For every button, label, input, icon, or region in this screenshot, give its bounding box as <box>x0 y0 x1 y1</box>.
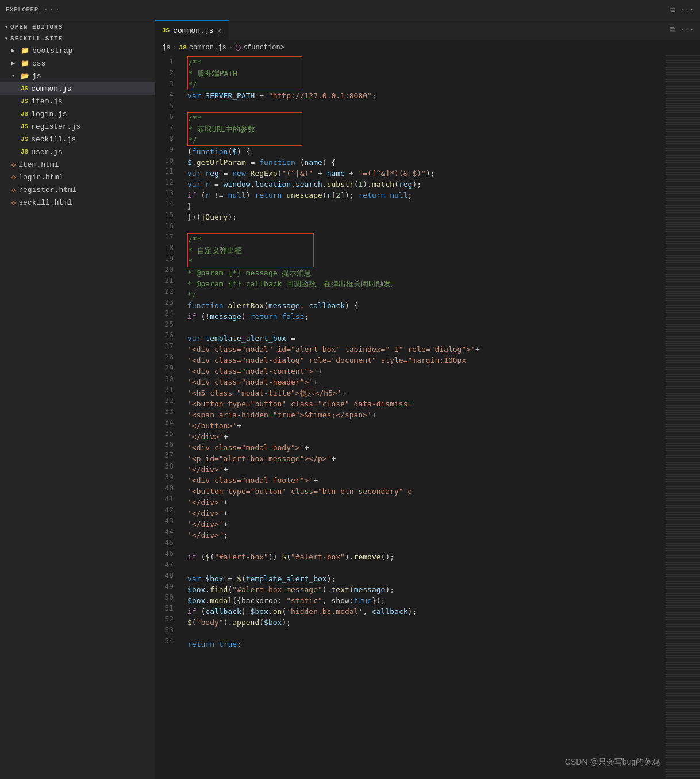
code-line-16 <box>187 222 666 233</box>
js-icon-login: JS <box>21 110 28 117</box>
app-container: EXPLORER ··· ⧉ ··· ▾ OPEN EDITORS ▾ SECK… <box>0 0 700 779</box>
code-line-2: * 服务端PATH <box>188 68 302 79</box>
code-line-50: $box.modal({backdrop: "static", show:tru… <box>187 595 666 606</box>
breadcrumb-filename: common.js <box>189 44 226 52</box>
sidebar: ▾ OPEN EDITORS ▾ SECKILL-SITE ▶ 📁 bootst… <box>0 20 155 779</box>
code-line-6: /** <box>188 113 302 124</box>
html-icon-item: ◇ <box>11 160 16 169</box>
code-line-54: return true; <box>187 639 666 650</box>
sidebar-item-item-html[interactable]: ◇ item.html <box>0 158 155 171</box>
common-js-label: common.js <box>31 85 71 93</box>
open-editors-header[interactable]: ▾ OPEN EDITORS <box>0 20 155 33</box>
sidebar-item-register-js[interactable]: JS register.js <box>0 120 155 133</box>
breadcrumb-func-label: <function> <box>243 44 284 52</box>
code-line-5 <box>187 101 666 112</box>
sidebar-item-user-js[interactable]: JS user.js <box>0 145 155 158</box>
code-line-18: * 自定义弹出框 <box>188 245 313 256</box>
title-bar-right: ⧉ ··· <box>670 5 694 14</box>
sidebar-item-item-js[interactable]: JS item.js <box>0 95 155 108</box>
sidebar-item-common-js[interactable]: JS common.js <box>0 82 155 95</box>
editor-area: JS common.js ✕ ⧉ ··· js › JS common.js ›… <box>155 20 700 779</box>
sidebar-item-js-folder[interactable]: ▾ 📂 js <box>0 70 155 82</box>
project-header[interactable]: ▾ SECKILL-SITE <box>0 33 155 44</box>
breadcrumb-sep2: › <box>229 44 233 52</box>
code-line-46: if ($("#alert-box")) $("#alert-box").rem… <box>187 551 666 562</box>
breadcrumb-js-badge: JS <box>179 44 187 51</box>
code-content[interactable]: /** * 服务端PATH */ var SERVER_PATH = "http… <box>183 55 666 779</box>
sidebar-item-css[interactable]: ▶ 📁 css <box>0 57 155 70</box>
code-line-31: '<h5 class="modal-title">提示</h5>'+ <box>187 387 666 398</box>
code-line-13: if (r != null) return unescape(r[2]); re… <box>187 190 666 201</box>
login-js-label: login.js <box>31 110 67 118</box>
register-js-label: register.js <box>31 122 80 131</box>
code-line-27: '<div class="modal" id="alert-box" tabin… <box>187 344 666 355</box>
project-arrow: ▾ <box>5 35 8 42</box>
code-line-11: var reg = new RegExp("(^|&)" + name + "=… <box>187 168 666 179</box>
breadcrumb-func-icon: ⬡ <box>235 44 241 52</box>
folder-arrow-css: ▶ <box>11 60 21 67</box>
sidebar-item-seckill-js[interactable]: JS seckill.js <box>0 133 155 145</box>
code-line-33: '<span aria-hidden="true">&times;</span>… <box>187 409 666 420</box>
code-line-39: '<div class="modal-footer">'+ <box>187 475 666 486</box>
breadcrumb-js: js <box>162 44 170 52</box>
code-line-51: if (callback) $box.on('hidden.bs.modal',… <box>187 606 666 617</box>
code-line-37: '<p id="alert-box-message"></p>'+ <box>187 453 666 464</box>
code-block-comment2: /** * 获取URL中的参数 */ <box>187 112 302 146</box>
code-line-23: function alertBox(message, callback) { <box>187 300 666 311</box>
active-tab[interactable]: JS common.js ✕ <box>155 20 229 40</box>
code-line-45 <box>187 540 666 551</box>
sidebar-item-seckill-html[interactable]: ◇ seckill.html <box>0 196 155 209</box>
code-line-32: '<button type="button" class="close" dat… <box>187 398 666 409</box>
open-editors-label: OPEN EDITORS <box>10 24 63 30</box>
code-line-24: if (!message) return false; <box>187 311 666 322</box>
login-html-label: login.html <box>18 173 63 182</box>
js-icon-seckill: JS <box>21 136 28 143</box>
code-line-49: $box.find("#alert-box-message").text(mes… <box>187 584 666 595</box>
title-dots[interactable]: ··· <box>43 5 60 15</box>
item-html-label: item.html <box>18 160 59 169</box>
code-line-19: * <box>188 256 313 267</box>
sidebar-item-register-html[interactable]: ◇ register.html <box>0 183 155 196</box>
register-html-label: register.html <box>18 186 76 194</box>
code-line-38: '</div>'+ <box>187 464 666 475</box>
title-bar-left: EXPLORER ··· <box>6 5 60 15</box>
code-line-17: /** <box>188 234 313 245</box>
folder-icon-css: 📁 <box>21 59 29 68</box>
open-editors-arrow: ▾ <box>5 24 8 30</box>
project-label: SECKILL-SITE <box>10 35 63 42</box>
code-line-10: $.getUrlParam = function (name) { <box>187 157 666 168</box>
editor-more-icon[interactable]: ··· <box>680 25 694 34</box>
code-line-26: var template_alert_box = <box>187 333 666 344</box>
more-actions-icon[interactable]: ··· <box>680 5 694 14</box>
sidebar-item-login-html[interactable]: ◇ login.html <box>0 171 155 183</box>
code-line-7: * 获取URL中的参数 <box>188 124 302 135</box>
tab-js-badge: JS <box>162 27 170 34</box>
code-line-47 <box>187 562 666 573</box>
sidebar-item-bootstrap[interactable]: ▶ 📁 bootstrap <box>0 44 155 57</box>
js-icon-user: JS <box>21 148 28 155</box>
tab-close-button[interactable]: ✕ <box>217 26 221 36</box>
title-bar: EXPLORER ··· ⧉ ··· <box>0 0 700 20</box>
explorer-label: EXPLORER <box>6 6 39 13</box>
folder-arrow-bootstrap: ▶ <box>11 47 21 54</box>
js-folder-label: js <box>32 72 41 80</box>
code-line-44: '</div>'; <box>187 529 666 540</box>
tab-bar: JS common.js ✕ ⧉ ··· <box>155 20 700 40</box>
breadcrumb-sep1: › <box>172 44 176 52</box>
js-icon-common: JS <box>21 85 28 92</box>
minimap-content <box>666 55 700 779</box>
editor-layout-icon[interactable]: ⧉ <box>670 25 675 34</box>
minimap <box>666 55 700 779</box>
html-icon-login: ◇ <box>11 173 16 182</box>
code-line-48: var $box = $(template_alert_box); <box>187 573 666 584</box>
code-line-41: '</div>'+ <box>187 497 666 508</box>
code-line-43: '</div>'+ <box>187 519 666 529</box>
split-editor-icon[interactable]: ⧉ <box>670 5 675 14</box>
html-icon-register: ◇ <box>11 186 16 194</box>
seckill-js-label: seckill.js <box>31 135 76 144</box>
code-line-35: '</div>'+ <box>187 431 666 442</box>
item-js-label: item.js <box>31 97 63 106</box>
code-line-20: * @param {*} message 提示消息 <box>187 267 666 278</box>
folder-icon-bootstrap: 📁 <box>21 47 29 55</box>
sidebar-item-login-js[interactable]: JS login.js <box>0 108 155 120</box>
